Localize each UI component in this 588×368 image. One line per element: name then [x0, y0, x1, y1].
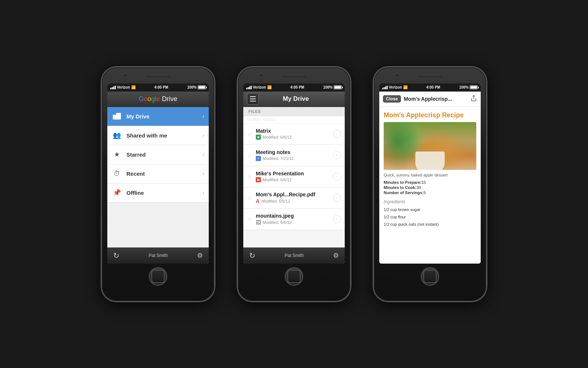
chevron-matrix[interactable]: ›: [333, 130, 341, 138]
star-presentation[interactable]: ☆: [247, 173, 252, 180]
battery-pct-1: 100%: [187, 85, 197, 89]
signal-bars-2: [246, 86, 252, 89]
status-bar-3: Verizon 📶 4:00 PM 100%: [379, 83, 481, 92]
battery-icon-3: [470, 85, 478, 89]
battery-pct-2: 100%: [323, 85, 333, 89]
bottom-bar-1: ↻ Pat Smith ⚙: [107, 247, 209, 264]
arrow-recent: ›: [202, 171, 204, 176]
menu-item-shared[interactable]: 👥 Shared with me ›: [107, 126, 209, 145]
file-name-presentation: Mike's Presentation: [256, 171, 329, 176]
cook-value: 30: [416, 185, 421, 190]
file-meta-meeting: ≡ Modified: 7/21/11: [256, 156, 329, 161]
camera-3: [396, 74, 399, 77]
chevron-meeting[interactable]: ›: [333, 151, 341, 159]
status-right-1: 100%: [187, 85, 206, 89]
menu-label-starred: Starred: [126, 151, 198, 158]
file-modified-presentation: Modified: 6/6/12: [263, 178, 291, 182]
menu-label-recent: Recent: [126, 171, 198, 177]
star-meeting[interactable]: ☆: [247, 152, 252, 159]
file-info-presentation: Mike's Presentation ▶ Modified: 6/6/12: [256, 171, 329, 182]
menu-item-starred[interactable]: ★ Starred ›: [107, 145, 209, 164]
drive-title-2: My Drive: [262, 95, 329, 103]
arrow-starred: ›: [202, 151, 204, 157]
arrow-shared: ›: [202, 132, 204, 138]
cook-label: Minutes to Cook:: [384, 185, 416, 190]
star-matrix[interactable]: ☆: [247, 131, 252, 137]
file-info-recipe: Mom's Appl...Recipe.pdf A Modified: 6/5/…: [256, 192, 329, 204]
home-button-3[interactable]: [421, 267, 439, 286]
menu-item-offline[interactable]: 📌 Offline ›: [107, 183, 209, 203]
user-name-1: Pat Smith: [148, 253, 168, 258]
screen-2: Verizon 📶 4:00 PM 100% My Drive: [243, 83, 345, 264]
file-modified-meeting: Modified: 7/21/11: [263, 156, 294, 161]
screen-3: Verizon 📶 4:00 PM 100% Close Mom's Apple…: [379, 83, 481, 264]
files-section-label: FILES: [243, 107, 345, 116]
chevron-presentation[interactable]: ›: [333, 172, 341, 181]
bottom-bar-2: ↻ Pat Smith ⚙: [243, 247, 345, 264]
home-button-1[interactable]: [149, 267, 167, 286]
stat-prepare: Minutes to Prepare:15: [384, 180, 476, 185]
close-button[interactable]: Close: [383, 95, 401, 103]
file-item-mountains[interactable]: ☆ mountains.jpeg 🖼 Modified: 6/6/12 ›: [243, 209, 345, 230]
recipe-image: [384, 122, 476, 170]
battery-icon-1: [198, 85, 206, 89]
star-recipe[interactable]: ☆: [247, 194, 252, 201]
app-header-1: Google Drive: [107, 92, 209, 107]
file-info-meeting: Meeting notes ≡ Modified: 7/21/11: [256, 149, 329, 161]
status-left-3: Verizon 📶: [382, 85, 408, 89]
star-mountains[interactable]: ☆: [247, 216, 252, 223]
recipe-stats: Minutes to Prepare:15 Minutes to Cook:30…: [384, 180, 476, 195]
status-right-3: 100%: [459, 85, 478, 89]
carrier-3: Verizon: [389, 85, 402, 89]
file-info-mountains: mountains.jpeg 🖼 Modified: 6/6/12: [256, 213, 329, 225]
file-meta-presentation: ▶ Modified: 6/6/12: [256, 177, 329, 182]
file-item-recipe[interactable]: ☆ Mom's Appl...Recipe.pdf A Modified: 6/…: [243, 187, 345, 209]
file-modified-recipe: Modified: 6/5/12: [261, 199, 290, 203]
arrow-my-drive: ›: [202, 113, 204, 119]
hamburger-button[interactable]: [247, 93, 259, 105]
wifi-icon-3: 📶: [403, 85, 408, 89]
status-right-2: 100%: [323, 85, 342, 89]
time-1: 4:00 PM: [154, 85, 168, 89]
nav-menu: My Drive › 👥 Shared with me › ★ Starred …: [107, 107, 209, 247]
ingredients-title: Ingredients: [384, 199, 476, 204]
file-meta-recipe: A Modified: 6/5/12: [256, 198, 329, 204]
phone-3: Verizon 📶 4:00 PM 100% Close Mom's Apple…: [373, 67, 487, 302]
camera-1: [124, 74, 127, 77]
doc-title-3: Mom's Applecrisp...: [404, 96, 467, 102]
speaker-3: [417, 76, 443, 78]
share-button[interactable]: [470, 95, 477, 103]
file-item-meeting[interactable]: ☆ Meeting notes ≡ Modified: 7/21/11 ›: [243, 145, 345, 166]
files-list: ☆ Matrix ■ Modified: 6/6/12 › ☆ Meeting …: [243, 124, 345, 247]
settings-button-1[interactable]: ⚙: [197, 251, 203, 260]
menu-item-recent[interactable]: ⏱ Recent ›: [107, 164, 209, 183]
refresh-button-1[interactable]: ↻: [113, 251, 119, 260]
refresh-button-2[interactable]: ↻: [249, 251, 255, 260]
ingredient-1: 1/2 cup brown sugar: [384, 207, 476, 212]
file-item-presentation[interactable]: ☆ Mike's Presentation ▶ Modified: 6/6/12…: [243, 166, 345, 187]
battery-icon-2: [334, 85, 342, 89]
phone-top-3: [377, 72, 483, 82]
chevron-mountains[interactable]: ›: [333, 215, 341, 223]
settings-button-2[interactable]: ⚙: [333, 251, 339, 260]
signal-bars-1: [110, 86, 116, 89]
star-icon: ★: [112, 149, 122, 160]
servings-label: Number of Servings:: [384, 190, 423, 195]
recipe-content: Mom's Applecrisp Recipe Quick, yummy, ba…: [379, 107, 481, 264]
home-button-2[interactable]: [285, 267, 303, 286]
chevron-recipe[interactable]: ›: [333, 194, 341, 202]
clock-icon: ⏱: [112, 168, 122, 179]
phone-2: Verizon 📶 4:00 PM 100% My Drive: [237, 67, 351, 302]
menu-item-my-drive[interactable]: My Drive ›: [107, 107, 209, 126]
file-item-matrix[interactable]: ☆ Matrix ■ Modified: 6/6/12 ›: [243, 124, 345, 145]
stat-cook: Minutes to Cook:30: [384, 185, 476, 190]
screen-1: Verizon 📶 4:00 PM 100% Google Drive: [107, 83, 209, 264]
menu-label-my-drive: My Drive: [126, 113, 198, 119]
phone-top-1: [105, 72, 211, 82]
file-modified-mountains: Modified: 6/6/12: [263, 220, 291, 225]
user-name-2: Pat Smith: [284, 253, 304, 258]
file-name-meeting: Meeting notes: [256, 149, 329, 155]
sheets-icon: ■: [256, 135, 261, 140]
status-bar-1: Verizon 📶 4:00 PM 100%: [107, 83, 209, 92]
status-left-1: Verizon 📶: [110, 85, 136, 89]
